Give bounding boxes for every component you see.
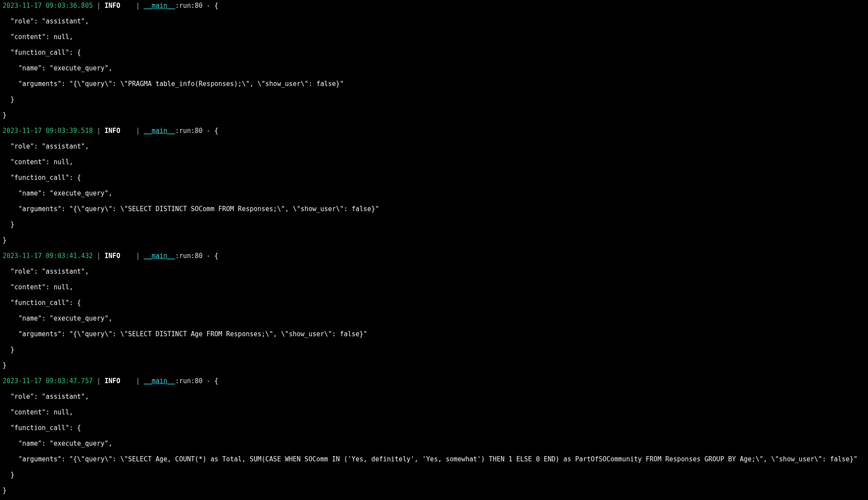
log-continuation: "name": "execute_query", — [3, 315, 865, 322]
log-continuation: "function_call": { — [3, 299, 865, 307]
log-continuation: "name": "execute_query", — [3, 64, 865, 72]
log-timestamp: 2023-11-17 09:03:47.757 — [3, 377, 93, 385]
log-lineno: 80 — [195, 377, 203, 385]
log-lineno: 80 — [195, 252, 203, 260]
log-continuation: } — [3, 111, 865, 119]
log-message: { — [215, 127, 218, 135]
log-line: 2023-11-17 09:03:39.518 | INFO | __main_… — [3, 127, 865, 135]
log-continuation: "arguments": "{\"query\": \"SELECT DISTI… — [3, 330, 865, 338]
log-module: __main__ — [144, 127, 175, 135]
log-line: 2023-11-17 09:03:41.432 | INFO | __main_… — [3, 252, 865, 260]
log-timestamp: 2023-11-17 09:03:41.432 — [3, 252, 93, 260]
log-continuation: "content": null, — [3, 33, 865, 41]
log-continuation: "name": "execute_query", — [3, 189, 865, 197]
log-continuation: "role": "assistant", — [3, 268, 865, 275]
log-continuation: "arguments": "{\"query\": \"SELECT DISTI… — [3, 205, 865, 213]
log-level: INFO — [105, 127, 136, 135]
log-continuation: "role": "assistant", — [3, 142, 865, 150]
terminal-output[interactable]: 2023-11-17 09:03:36.805 | INFO | __main_… — [0, 0, 868, 500]
log-lineno: 80 — [195, 127, 203, 135]
log-message: { — [215, 377, 218, 385]
log-timestamp: 2023-11-17 09:03:39.518 — [3, 127, 93, 135]
log-continuation: "name": "execute_query", — [3, 440, 865, 447]
log-continuation: } — [3, 361, 865, 369]
log-function: :run: — [175, 2, 195, 10]
log-module: __main__ — [144, 377, 175, 385]
log-line: 2023-11-17 09:03:47.757 | INFO | __main_… — [3, 377, 865, 385]
log-function: :run: — [175, 127, 195, 135]
log-message: { — [215, 252, 218, 260]
log-continuation: "function_call": { — [3, 424, 865, 432]
log-continuation: } — [3, 221, 865, 228]
log-continuation: "content": null, — [3, 158, 865, 166]
log-continuation: "role": "assistant", — [3, 393, 865, 401]
log-continuation: } — [3, 471, 865, 479]
log-continuation: "content": null, — [3, 283, 865, 291]
log-continuation: "role": "assistant", — [3, 17, 865, 25]
log-line: 2023-11-17 09:03:36.805 | INFO | __main_… — [3, 2, 865, 10]
log-level: INFO — [105, 252, 136, 260]
log-level: INFO — [105, 377, 136, 385]
log-continuation: } — [3, 236, 865, 244]
log-function: :run: — [175, 377, 195, 385]
log-continuation: } — [3, 487, 865, 494]
log-lineno: 80 — [195, 2, 203, 10]
log-continuation: "arguments": "{\"query\": \"SELECT Age, … — [3, 455, 865, 463]
log-module: __main__ — [144, 2, 175, 10]
log-function: :run: — [175, 252, 195, 260]
log-continuation: "function_call": { — [3, 174, 865, 182]
log-module: __main__ — [144, 252, 175, 260]
log-continuation: "function_call": { — [3, 49, 865, 56]
log-continuation: "arguments": "{\"query\": \"PRAGMA table… — [3, 80, 865, 88]
log-continuation: } — [3, 96, 865, 103]
log-continuation: } — [3, 346, 865, 354]
log-continuation: "content": null, — [3, 408, 865, 416]
log-message: { — [215, 2, 218, 10]
log-level: INFO — [105, 2, 136, 10]
log-timestamp: 2023-11-17 09:03:36.805 — [3, 2, 93, 10]
